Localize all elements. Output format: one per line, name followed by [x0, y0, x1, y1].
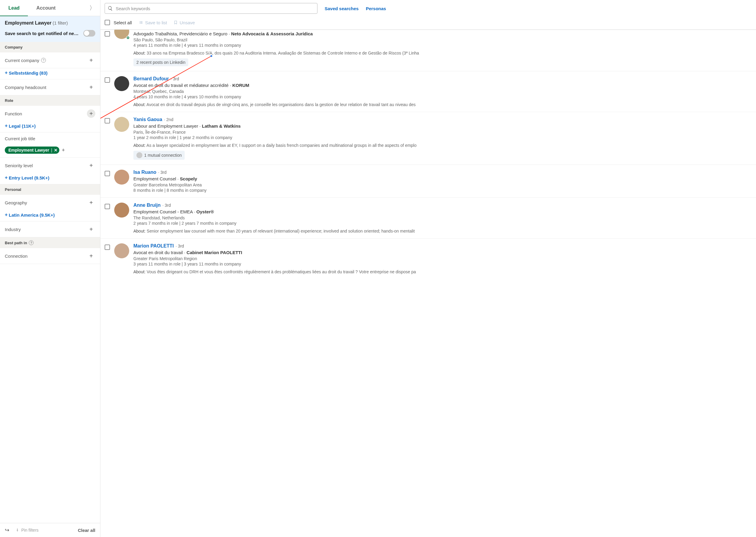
add-filter-icon[interactable]: +	[87, 252, 95, 260]
result-badge[interactable]: 2 recent posts on Linkedin	[133, 59, 188, 66]
results-toolbar: Select all Save to list Unsave	[101, 17, 756, 30]
search-input[interactable]	[105, 3, 317, 14]
company-name[interactable]: Neto Advocacia & Assessoria Jurídica	[231, 31, 313, 36]
result-about: About: Vous êtes dirigeant ou DRH et vou…	[133, 269, 752, 274]
result-badge[interactable]: 1 mutual connection	[133, 151, 185, 160]
personas-link[interactable]: Personas	[366, 6, 386, 11]
filter-function[interactable]: Function +	[0, 106, 100, 121]
save-search-message: Save search to get notified of new re…	[5, 31, 80, 36]
avatar[interactable]	[114, 203, 129, 218]
save-search-toggle[interactable]	[83, 30, 95, 37]
filter-label: Seniority level	[5, 163, 33, 168]
badge-avatar-icon	[136, 152, 143, 158]
tab-more-icon[interactable]: 〉	[85, 4, 100, 12]
row-checkbox[interactable]	[105, 204, 110, 209]
result-tenure: 1 year 2 months in role | 1 year 2 month…	[133, 135, 752, 140]
help-icon[interactable]: ?	[29, 240, 34, 245]
clear-all-button[interactable]: Clear all	[78, 528, 95, 533]
filter-geography[interactable]: Geography +	[0, 195, 100, 210]
save-search-box: Employment Lawyer (1 filter) Save search…	[0, 16, 100, 42]
add-title-chip[interactable]: +	[62, 147, 65, 153]
row-checkbox[interactable]	[105, 118, 110, 123]
select-all-checkbox[interactable]	[105, 20, 110, 25]
result-name[interactable]: Bernard Dufour	[133, 76, 169, 81]
result-location: Greater Barcelona Metropolitan Area	[133, 183, 752, 187]
result-title: Avocat en droit du travail et médiateur …	[133, 83, 752, 88]
add-filter-icon[interactable]: +	[87, 198, 95, 207]
add-filter-icon[interactable]: +	[87, 83, 95, 91]
result-location: São Paulo, São Paulo, Brazil	[133, 37, 752, 42]
filter-label: Geography	[5, 200, 27, 205]
company-name[interactable]: Scopely	[180, 176, 197, 181]
add-filter-icon[interactable]: +	[87, 56, 95, 64]
main-content: Saved searches Personas Select all Save …	[101, 0, 756, 537]
filter-label: Company headcount	[5, 85, 46, 90]
saved-searches-link[interactable]: Saved searches	[325, 6, 358, 11]
bookmark-icon	[174, 20, 178, 25]
save-to-list-button: Save to list	[139, 20, 167, 25]
add-filter-icon[interactable]: +	[87, 161, 95, 170]
filter-label: Function	[5, 111, 22, 116]
section-label: Best path in	[5, 241, 27, 245]
tab-account[interactable]: Account	[28, 0, 64, 16]
list-icon	[139, 20, 143, 25]
row-checkbox[interactable]	[105, 31, 110, 37]
row-checkbox[interactable]	[105, 171, 110, 176]
avatar[interactable]	[114, 117, 129, 132]
result-tenure: 4 years 11 months in role | 4 years 11 m…	[133, 43, 752, 48]
filter-connection[interactable]: Connection +	[0, 248, 100, 264]
result-row: Marion PAOLETTI· 3rdAvocat en droit du t…	[101, 238, 756, 279]
add-filter-icon[interactable]: +	[87, 109, 95, 118]
avatar[interactable]	[114, 76, 129, 91]
avatar[interactable]	[114, 170, 129, 185]
company-name[interactable]: Cabinet Marion PAOLETTI	[187, 250, 242, 255]
badge-text: 1 mutual connection	[144, 153, 182, 158]
filter-current-company[interactable]: Current company ? +	[0, 53, 100, 68]
pin-icon	[15, 528, 20, 532]
filter-seniority[interactable]: Seniority level +	[0, 158, 100, 173]
avatar[interactable]	[114, 243, 129, 258]
result-title: Labour and Employment Lawyer · Latham & …	[133, 123, 752, 129]
filter-label: Connection	[5, 254, 27, 259]
presence-icon	[126, 36, 130, 40]
filter-industry[interactable]: Industry +	[0, 222, 100, 237]
suggested-function-chip[interactable]: +Legal (11K+)	[5, 123, 36, 129]
section-best-path: Best path in ?	[0, 237, 100, 248]
suggested-geography-chip[interactable]: +Latin America (9.5K+)	[5, 212, 55, 218]
undo-icon[interactable]: ↪	[5, 527, 9, 533]
result-location: Greater Paris Metropolitan Region	[133, 256, 752, 261]
results-list[interactable]: Advogado Trabalhista, Previdenciário e S…	[101, 30, 756, 537]
result-name[interactable]: Yanis Gaoua	[133, 117, 162, 122]
result-about: About: Avocat en droit du travail depuis…	[133, 102, 752, 107]
help-icon[interactable]: ?	[41, 58, 46, 62]
search-title: Employment Lawyer	[5, 21, 52, 25]
suggested-seniority-chip[interactable]: +Entry Level (9.5K+)	[5, 175, 50, 181]
row-checkbox[interactable]	[105, 245, 110, 250]
pin-filters-button[interactable]: Pin filters	[15, 528, 39, 532]
add-filter-icon[interactable]: +	[87, 225, 95, 233]
filter-current-title[interactable]: Current job title	[0, 133, 100, 145]
suggested-company-chip[interactable]: +Selbstständig (83)	[5, 70, 48, 75]
remove-chip-icon[interactable]: ✕	[54, 148, 58, 152]
result-row: Advogado Trabalhista, Previdenciário e S…	[101, 30, 756, 71]
title-chip[interactable]: Employment Lawyer | ✕	[5, 146, 59, 154]
chip-label: Latin America (9.5K+)	[9, 213, 55, 218]
search-icon	[107, 6, 113, 11]
tab-lead[interactable]: Lead	[0, 0, 28, 16]
avatar[interactable]	[114, 30, 129, 39]
result-about: About: As a lawyer specialized in employ…	[133, 143, 752, 148]
result-about: About: Senior employment law counsel wit…	[133, 228, 752, 233]
company-name[interactable]: KORUM	[232, 83, 249, 88]
result-body: Advogado Trabalhista, Previdenciário e S…	[133, 30, 752, 66]
result-title: Employment Counsel - EMEA · Oyster®	[133, 209, 752, 214]
top-bar: Saved searches Personas	[101, 0, 756, 17]
result-name[interactable]: Marion PAOLETTI	[133, 243, 174, 249]
filter-headcount[interactable]: Company headcount +	[0, 79, 100, 95]
filters-sidebar: Lead Account 〉 Employment Lawyer (1 filt…	[0, 0, 101, 537]
company-name[interactable]: Oyster®	[196, 209, 214, 214]
result-name[interactable]: Anne Bruijn	[133, 203, 161, 208]
result-body: Bernard Dufour· 3rdAvocat en droit du tr…	[133, 76, 752, 107]
row-checkbox[interactable]	[105, 77, 110, 83]
result-name[interactable]: Isa Ruano	[133, 170, 156, 175]
company-name[interactable]: Latham & Watkins	[202, 123, 240, 129]
